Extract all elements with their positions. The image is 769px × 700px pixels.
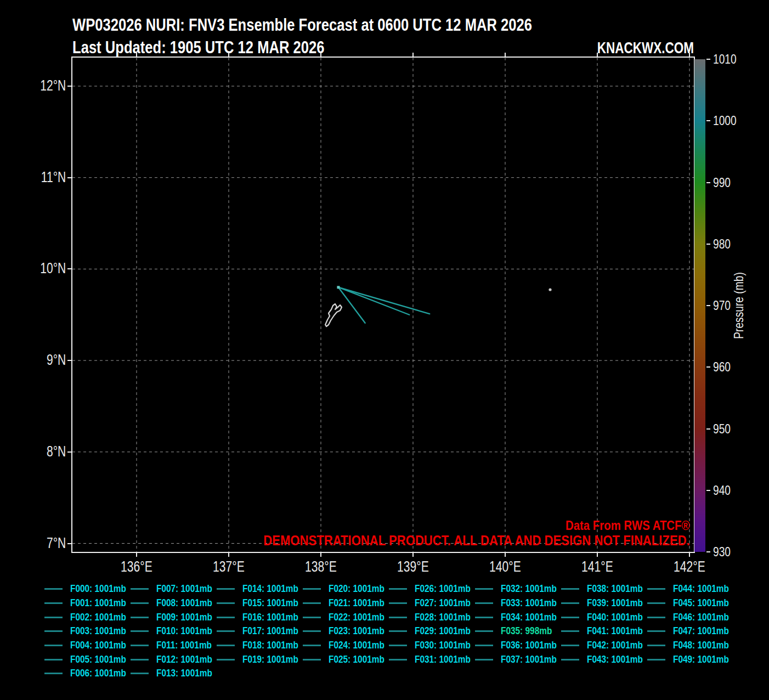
legend-line-swatch [131,617,149,618]
x-axis-tick-top [320,53,321,57]
y-axis-tick [67,451,71,453]
genesis-point-marker [337,286,340,289]
legend-line-swatch [647,659,665,661]
legend-line-swatch [44,588,63,590]
x-axis-tick-top [505,53,506,57]
x-tick-text: 141°E [581,558,613,575]
legend-item: F023: 1001mb [303,624,392,639]
y-axis-tick-label: 8°N [0,443,66,460]
legend-line-swatch [303,659,321,661]
legend-item: F014: 1001mb [217,582,306,596]
legend-item: F005: 1001mb [44,652,134,667]
x-tick-text: 139°E [397,558,429,575]
legend-member-label: F036: 1001mb [501,640,557,651]
legend-line-swatch [44,673,63,674]
legend-member-label: F009: 1001mb [156,612,212,623]
legend-item: F015: 1001mb [217,596,306,611]
legend-member-label: F019: 1001mb [242,654,298,665]
legend-line-swatch [44,617,63,618]
legend-line-swatch [131,673,149,674]
brand-wordmark: KNACKWX.COM [565,38,694,57]
legend-member-label: F032: 1001mb [501,583,557,595]
legend-member-label: F008: 1001mb [156,597,212,609]
x-axis-tick-label: 140°E [467,558,544,575]
x-tick-text: 137°E [213,558,245,575]
legend-line-swatch [389,645,407,646]
demo-disclaimer: DEMONSTRATIONAL PRODUCT. ALL DATA AND DE… [188,532,690,549]
legend-member-label: F025: 1001mb [329,654,384,665]
x-axis-tick-label: 137°E [190,558,267,575]
title-line2: Last Updated: 1905 UTC 12 MAR 2026 [72,37,325,58]
y-axis-tick-label: 9°N [0,352,66,369]
colorbar-tick [706,59,710,60]
legend-line-swatch [44,659,63,661]
y-axis-tick [67,86,71,87]
legend-line-swatch [303,645,321,646]
legend-line-swatch [561,617,579,618]
legend-member-label: F015: 1001mb [242,597,298,609]
legend-member-label: F024: 1001mb [329,640,384,651]
colorbar-tick-label: 1000 [713,113,742,128]
x-axis-tick-label: 136°E [98,558,175,575]
legend-line-swatch [217,617,235,618]
legend-item: F031: 1001mb [389,652,478,667]
legend-line-swatch [389,602,407,604]
ensemble-track-3 [338,287,429,314]
legend-line-swatch [647,588,665,590]
colorbar-tick [706,551,710,552]
legend-line-swatch [561,645,579,646]
legend-column: F000: 1001mbF001: 1001mbF002: 1001mbF003… [44,582,134,680]
legend-member-label: F000: 1001mb [70,583,126,595]
legend-item: F011: 1001mb [131,639,220,653]
legend-member-label: F031: 1001mb [415,654,471,665]
legend-line-swatch [475,602,493,604]
legend-member-label: F016: 1001mb [242,612,298,623]
legend-item: F026: 1001mb [389,582,478,596]
legend-member-label: F018: 1001mb [242,640,298,651]
x-tick-text: 136°E [121,558,152,575]
colorbar-tick-label: 930 [713,544,735,560]
legend-member-label: F043: 1001mb [587,654,643,665]
ensemble-legend: F000: 1001mbF001: 1001mbF002: 1001mbF003… [44,582,736,692]
legend-item: F004: 1001mb [44,639,134,653]
legend-item: F029: 1001mb [389,624,478,639]
legend-member-label: F047: 1001mb [673,625,729,637]
legend-item: F025: 1001mb [303,652,392,667]
legend-line-swatch [389,659,407,661]
legend-line-swatch [561,630,579,632]
legend-line-swatch [561,588,579,590]
colorbar-tick-text: 990 [713,175,731,190]
legend-line-swatch [475,617,493,618]
x-axis-tick-top [689,53,690,57]
forecast-graphic: { "header": { "title_line1": "WP032026 N… [0,0,769,700]
legend-item: F012: 1001mb [131,652,220,667]
x-axis-tick [228,553,229,557]
legend-member-label: F026: 1001mb [415,583,471,595]
legend-column: F020: 1001mbF021: 1001mbF022: 1001mbF023… [303,582,392,667]
legend-item: F008: 1001mb [131,596,220,611]
y-axis-tick [67,268,71,269]
legend-member-label: F041: 1001mb [587,625,643,637]
colorbar-tick-text: 950 [713,421,731,437]
legend-member-label: F003: 1001mb [70,625,126,637]
legend-column: F014: 1001mbF015: 1001mbF016: 1001mbF017… [217,582,306,667]
legend-item: F018: 1001mb [217,639,306,653]
legend-item: F019: 1001mb [217,652,306,667]
legend-member-label: F049: 1001mb [673,654,729,665]
title-line1: WP032026 NURI: FNV3 Ensemble Forecast at… [72,15,532,35]
x-axis-tick-label: 139°E [375,558,451,575]
x-axis-tick-label: 141°E [559,558,636,575]
colorbar-tick-text: 1000 [713,113,737,128]
legend-item: F046: 1001mb [647,610,737,624]
legend-member-label: F039: 1001mb [587,597,643,609]
legend-column: F032: 1001mbF033: 1001mbF034: 1001mbF035… [475,582,564,667]
yap-island-outline [325,304,342,326]
islet-dot [549,288,551,291]
legend-line-swatch [303,602,321,604]
legend-item: F022: 1001mb [303,610,392,624]
legend-line-swatch [647,630,665,632]
legend-line-swatch [44,630,63,632]
legend-item: F009: 1001mb [131,610,220,624]
legend-line-swatch [561,659,579,661]
colorbar-tick-text: 1010 [713,52,737,67]
